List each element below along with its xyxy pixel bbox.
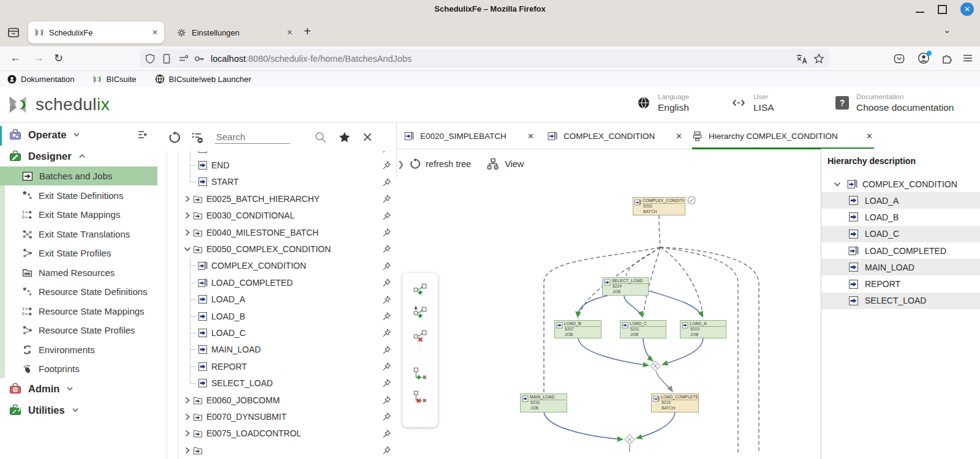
sidebar-item-resource-state-profiles[interactable]: Resource State Profiles <box>0 321 157 340</box>
minimize-button[interactable] <box>916 12 924 13</box>
hierarchy-row-load-c[interactable]: LOAD_C <box>821 226 980 242</box>
expand-chev-icon[interactable] <box>182 428 193 438</box>
graph-node-select-load[interactable]: SELECT_LOAD 5224 JOB <box>602 277 649 296</box>
tab-close-icon[interactable]: ✕ <box>287 28 293 37</box>
refresh-icon[interactable] <box>167 131 180 144</box>
search-icon[interactable] <box>314 131 327 144</box>
sidebar-item-named-resources[interactable]: Named Resources <box>0 263 157 282</box>
sidebar-section-admin[interactable]: Admin <box>0 379 157 398</box>
password-key-icon[interactable] <box>194 53 205 64</box>
pin-icon[interactable] <box>382 446 391 455</box>
pin-icon[interactable] <box>382 194 391 204</box>
tree-row-report[interactable]: REPORT <box>157 358 396 375</box>
sidebar-item-footprints[interactable]: Footprints <box>0 359 157 378</box>
graph-node-complex-condition[interactable]: COMPLEX_CONDITION 5202 BATCH <box>633 197 685 215</box>
expand-chevron-icon[interactable] <box>182 395 193 405</box>
sidebar-item-exit-state-profiles[interactable]: Exit State Profiles <box>0 244 157 263</box>
hierarchy-graph-canvas[interactable]: COMPLEX_CONDITION 5202 BATCH SELECT_LOAD… <box>396 178 821 459</box>
sidebar-item-exit-state-translations[interactable]: Exit State Translations <box>0 225 157 244</box>
collapse-chevron-icon[interactable] <box>182 244 193 254</box>
forward-button[interactable]: → <box>33 51 44 64</box>
tree-row-e0050[interactable]: E0050_COMPLEX_CONDITION <box>157 241 396 257</box>
tree-row-e0070[interactable]: E0070_DYNSUBMIT <box>157 408 396 425</box>
tab-close-icon[interactable]: ✕ <box>676 132 682 141</box>
refresh-tree-button[interactable]: refresh tree <box>409 158 471 170</box>
favorites-star-icon[interactable] <box>338 131 351 144</box>
menu-hamburger-icon[interactable] <box>962 52 974 64</box>
pin-icon[interactable] <box>382 228 391 237</box>
sidebar-item-environments[interactable]: Environments <box>0 340 157 359</box>
hierarchy-row-root[interactable]: COMPLEX_CONDITION <box>821 176 980 192</box>
graph-node-load-c[interactable]: LOAD_C 5211 JOB <box>620 320 666 338</box>
pin-icon[interactable] <box>382 211 391 221</box>
tree-row-e0040[interactable]: E0040_MILESTONE_BATCH <box>157 224 396 241</box>
url-bar[interactable]: localhost:8080/schedulix-fe/home/Batches… <box>140 49 829 68</box>
tree-row-e0060[interactable]: E0060_JOBCOMM <box>157 392 396 408</box>
pin-icon[interactable] <box>382 160 391 170</box>
sidebar-item-batches-and-jobs[interactable]: Batches and Jobs <box>0 166 157 185</box>
url-text[interactable]: localhost:8080/schedulix-fe/home/Batches… <box>211 54 790 64</box>
hierarchy-row-load-a[interactable]: LOAD_A <box>821 192 980 209</box>
expand-chevron-icon[interactable] <box>182 412 193 422</box>
tree-row-e0075[interactable]: E0075_LOADCONTROL <box>157 425 396 442</box>
tree-scroll-area[interactable]: END START E0025_BATCH_HIERARCHY E0030_CO… <box>157 151 396 459</box>
close-button[interactable]: ✕ <box>960 2 974 16</box>
pin-icon[interactable] <box>382 395 391 405</box>
tab-close-icon[interactable]: ✕ <box>527 132 534 141</box>
pin-icon[interactable] <box>382 177 391 187</box>
user-value[interactable]: LISA <box>753 102 774 113</box>
sidebar-item-resource-state-definitions[interactable]: Resource State Definitions <box>0 282 157 301</box>
maximize-button[interactable] <box>938 5 947 14</box>
back-button[interactable]: ← <box>10 51 21 64</box>
pin-icon[interactable] <box>382 412 391 422</box>
user-menu[interactable]: User LISA <box>731 92 774 113</box>
expand-chevron-icon[interactable] <box>182 211 193 220</box>
tree-row-end[interactable]: END <box>157 157 396 173</box>
hierarchy-row-select-load[interactable]: SELECT_LOAD <box>821 293 980 309</box>
tree-row-main-load[interactable]: MAIN_LOAD <box>157 341 396 358</box>
pin-icon[interactable] <box>382 378 391 388</box>
tree-row-complex-condition[interactable]: COMPLEX_CONDITION <box>157 258 396 274</box>
documentation-selector[interactable]: Documentation Choose documentation <box>835 92 954 113</box>
tree-row-partial[interactable] <box>157 151 396 157</box>
language-value[interactable]: English <box>658 102 689 113</box>
tab-close-icon[interactable]: ✕ <box>866 132 873 141</box>
hierarchy-row-load-b[interactable]: LOAD_B <box>821 209 980 225</box>
page-info-icon[interactable] <box>161 53 172 64</box>
expand-chevron-icon[interactable] <box>182 194 193 204</box>
bookmark-bicsuite-web-launcher[interactable]: BICsuite!web Launcher <box>155 74 251 84</box>
hierarchy-row-report[interactable]: REPORT <box>821 276 980 293</box>
graph-node-load-b[interactable]: LOAD_B 5207 JOB <box>554 320 601 338</box>
doc-tab-hierarchy-complex-condition[interactable]: Hierarchy COMPLEX_CONDITION ✕ <box>692 123 873 149</box>
pin-icon[interactable] <box>382 362 391 371</box>
doc-tab-complex-condition[interactable]: COMPLEX_CONDITION ✕ <box>548 123 682 149</box>
pin-icon[interactable] <box>382 278 391 288</box>
expand-chevron-icon[interactable] <box>182 228 193 237</box>
tree-row-load-c[interactable]: LOAD_C <box>157 324 396 341</box>
language-selector[interactable]: Language English <box>637 92 689 113</box>
graph-node-load-completed[interactable]: LOAD_COMPLETED 5215 BATCH <box>651 394 699 412</box>
bookmark-dokumentation[interactable]: Dokumentation <box>7 75 74 84</box>
add-child-node-icon[interactable] <box>413 367 428 381</box>
clear-search-icon[interactable] <box>362 132 373 143</box>
insert-dependency-icon[interactable] <box>413 305 428 320</box>
tree-row-start[interactable]: START <box>157 174 396 190</box>
hierarchy-row-load-completed[interactable]: LOAD_COMPLETED <box>821 242 980 259</box>
sidebar-item-exit-state-mappings[interactable]: Exit State Mappings <box>0 205 157 224</box>
tab-close-icon[interactable]: ✕ <box>152 28 158 37</box>
pocket-icon[interactable] <box>893 53 905 65</box>
reload-button[interactable]: ↻ <box>54 51 63 65</box>
graph-node-load-a[interactable]: LOAD_A 5203 JOB <box>680 320 726 338</box>
collapse-list-icon[interactable] <box>191 131 204 144</box>
pin-icon[interactable] <box>382 244 391 254</box>
pin-icon[interactable] <box>382 429 391 439</box>
translate-icon[interactable] <box>796 53 808 64</box>
pin-icon[interactable] <box>382 295 391 305</box>
graph-node-main-load[interactable]: MAIN_LOAD 5216 JOB <box>520 394 567 412</box>
doc-tab-e0020-simplebatch[interactable]: E0020_SIMPLEBATCH ✕ <box>404 123 534 149</box>
sidebar-section-designer[interactable]: Designer <box>0 146 157 166</box>
pin-icon[interactable] <box>382 345 391 355</box>
sidebar-section-operate[interactable]: Operate <box>0 125 157 144</box>
search-input[interactable] <box>215 130 290 144</box>
browser-tab-schedulixfe[interactable]: SchedulixFe ✕ <box>28 21 164 43</box>
